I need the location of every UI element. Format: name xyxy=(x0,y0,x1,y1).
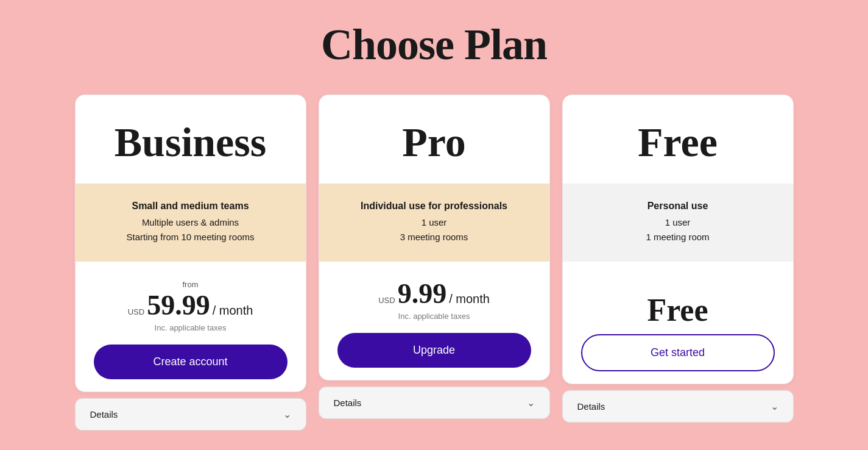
plan-description-pro: Individual use for professionals 1 user … xyxy=(319,184,549,262)
price-amount-pro: USD 9.99 / month xyxy=(337,280,531,308)
price-period-pro: / month xyxy=(449,292,490,306)
plan-pricing-free: Free Get started xyxy=(563,262,793,384)
plan-desc-line1-pro: 1 user xyxy=(337,215,531,230)
details-label-pro: Details xyxy=(334,398,362,408)
plan-desc-line2-business: Starting from 10 meeting rooms xyxy=(94,230,288,245)
plan-wrapper-pro: Pro Individual use for professionals 1 u… xyxy=(319,95,550,419)
details-accordion-free[interactable]: Details ⌄ xyxy=(562,390,794,423)
plan-name-free: Free xyxy=(581,120,775,165)
plan-card-free: Free Personal use 1 user 1 meeting room … xyxy=(562,95,794,384)
plans-container: Business Small and medium teams Multiple… xyxy=(75,95,794,430)
plan-name-business: Business xyxy=(94,120,288,165)
price-amount-business: USD 59.99 / month xyxy=(94,291,288,320)
plan-desc-line1-free: 1 user xyxy=(581,215,775,230)
page-title: Choose Plan xyxy=(321,20,547,70)
plan-description-business: Small and medium teams Multiple users & … xyxy=(76,184,306,262)
price-taxes-pro: Inc. applicable taxes xyxy=(337,312,531,321)
plan-name-section-free: Free xyxy=(563,95,793,184)
plan-desc-line1-business: Multiple users & admins xyxy=(94,215,288,230)
details-accordion-business[interactable]: Details ⌄ xyxy=(75,398,306,430)
details-label-free: Details xyxy=(577,401,605,412)
price-number-pro: 9.99 xyxy=(398,280,447,308)
price-number-business: 59.99 xyxy=(147,291,210,320)
price-from-business: from xyxy=(94,280,288,289)
chevron-down-icon-free: ⌄ xyxy=(771,401,778,412)
price-free-label: Free xyxy=(581,292,775,328)
price-currency-pro: USD xyxy=(378,296,395,305)
price-taxes-business: Inc. applicable taxes xyxy=(94,323,288,332)
chevron-down-icon-pro: ⌄ xyxy=(527,397,535,409)
plan-desc-title-business: Small and medium teams xyxy=(94,201,288,212)
plan-name-section-business: Business xyxy=(76,95,306,184)
plan-pricing-business: from USD 59.99 / month Inc. applicable t… xyxy=(76,262,306,391)
plan-description-free: Personal use 1 user 1 meeting room xyxy=(563,184,793,262)
plan-pricing-pro: USD 9.99 / month Inc. applicable taxes U… xyxy=(319,262,549,380)
plan-name-section-pro: Pro xyxy=(319,95,549,184)
price-period-business: / month xyxy=(213,304,253,318)
upgrade-button[interactable]: Upgrade xyxy=(337,333,531,368)
details-label-business: Details xyxy=(90,409,118,420)
details-accordion-pro[interactable]: Details ⌄ xyxy=(319,387,550,419)
get-started-button[interactable]: Get started xyxy=(581,334,775,371)
plan-name-pro: Pro xyxy=(337,120,531,165)
plan-desc-line2-free: 1 meeting room xyxy=(581,230,775,245)
plan-wrapper-free: Free Personal use 1 user 1 meeting room … xyxy=(562,95,794,423)
plan-desc-title-pro: Individual use for professionals xyxy=(337,201,531,212)
plan-card-business: Business Small and medium teams Multiple… xyxy=(75,95,306,392)
plan-wrapper-business: Business Small and medium teams Multiple… xyxy=(75,95,306,430)
chevron-down-icon-business: ⌄ xyxy=(283,409,291,420)
plan-desc-title-free: Personal use xyxy=(581,201,775,212)
plan-desc-line2-pro: 3 meeting rooms xyxy=(337,230,531,245)
price-currency-business: USD xyxy=(128,307,144,316)
plan-card-pro: Pro Individual use for professionals 1 u… xyxy=(319,95,550,380)
create-account-button[interactable]: Create account xyxy=(94,345,288,379)
